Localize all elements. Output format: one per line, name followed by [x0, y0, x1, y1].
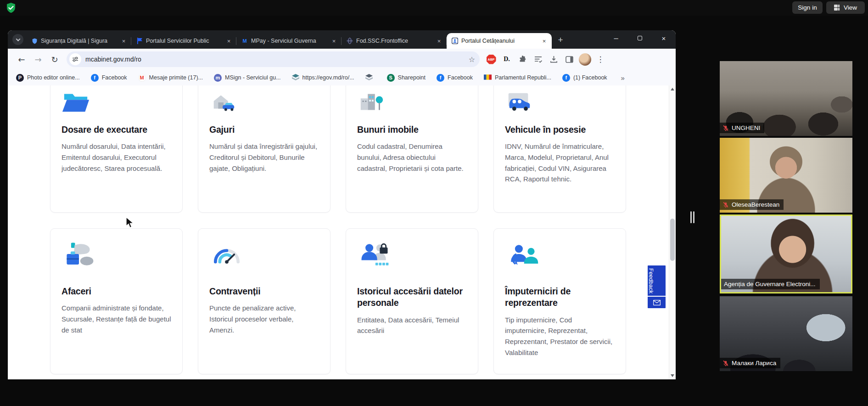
tab-close-button[interactable]: ×: [330, 37, 338, 45]
site-info-button[interactable]: [69, 53, 81, 65]
address-bar[interactable]: mcabinet.gov.md/ro ☆: [67, 51, 480, 67]
sign-in-button[interactable]: Sign in: [792, 1, 823, 14]
bookmark-egov[interactable]: https://egov.md/ro/...: [292, 74, 354, 82]
back-button[interactable]: ←: [14, 52, 29, 67]
card-description: Codul cadastral, Denumirea bunului, Adre…: [357, 141, 467, 174]
tab-mpay[interactable]: M MPay - Serviciul Guverna ×: [236, 33, 342, 49]
card-description: Tip imputernicire, Cod imputernicire, Re…: [505, 315, 615, 358]
profile-avatar[interactable]: [578, 52, 592, 66]
card-title: Afaceri: [62, 286, 171, 297]
reload-button[interactable]: ↻: [47, 52, 62, 67]
side-panel-icon[interactable]: [562, 52, 576, 66]
participant-name-badge: Малаки Лариса: [720, 358, 780, 368]
briefcase-hand-icon: [62, 241, 171, 281]
facebook-icon: f: [562, 74, 570, 82]
bookmark-facebook[interactable]: f Facebook: [91, 74, 127, 82]
page-scrollbar[interactable]: [669, 85, 676, 379]
card-title: Contravenții: [209, 286, 319, 297]
tab-fod-ssc[interactable]: Fod.SSC.Frontoffice ×: [342, 33, 447, 49]
video-tile-ungheni[interactable]: UNGHENI: [720, 61, 852, 136]
tab-close-button[interactable]: ×: [225, 37, 233, 45]
bookmark-facebook-2[interactable]: f Facebook: [437, 74, 473, 82]
card-description: Puncte de penalizare active, Istoricul p…: [209, 303, 319, 335]
downloads-icon[interactable]: [547, 52, 560, 66]
gauge-icon: [209, 241, 319, 281]
bookmark-label: Mesaje primite (17)...: [149, 74, 203, 81]
chevron-down-icon: [16, 37, 20, 41]
bookmarks-overflow-button[interactable]: »: [621, 74, 625, 82]
house-car-icon: [209, 90, 319, 117]
shield-favicon-icon: [31, 37, 38, 45]
bookmark-msign[interactable]: m MSign - Serviciul gu...: [214, 74, 281, 82]
card-imputerniciri[interactable]: Împuterniciri de reprezentare Tip impute…: [493, 228, 626, 374]
tab-title: Portalul Serviciilor Public: [146, 38, 222, 44]
feedback-label: Feedback: [648, 265, 654, 296]
forward-button[interactable]: →: [31, 52, 45, 67]
bookmarks-bar: P Photo editor online... f Facebook M Me…: [8, 70, 676, 85]
layers-icon: [365, 74, 373, 82]
card-gajuri[interactable]: Gajuri Numărul și data înregistrării gaj…: [198, 85, 330, 213]
scroll-down-arrow[interactable]: [671, 374, 674, 377]
card-description: Numărul și data înregistrării gajului, C…: [209, 141, 319, 174]
adblock-extension-icon[interactable]: ABP: [484, 52, 498, 66]
bookmark-parlamentul[interactable]: Parlamentul Republi...: [484, 74, 551, 81]
url-text[interactable]: mcabinet.gov.md/ro: [85, 56, 469, 63]
feedback-button[interactable]: Feedback: [647, 265, 666, 309]
bookmark-sharepoint[interactable]: s Sharepoint: [387, 74, 426, 82]
bookmark-star-icon[interactable]: ☆: [469, 55, 475, 64]
card-dosare-de-executare[interactable]: Dosare de executare Numărul dosarului, D…: [50, 85, 183, 213]
scroll-up-arrow[interactable]: [671, 88, 674, 90]
participant-name: OleseaBerestean: [732, 201, 779, 208]
sign-in-label: Sign in: [798, 4, 817, 11]
window-maximize-button[interactable]: [629, 30, 650, 46]
scrollbar-thumb[interactable]: [670, 219, 675, 261]
video-tile-olesea[interactable]: OleseaBerestean: [720, 138, 852, 213]
buildings-tree-icon: [357, 90, 467, 117]
card-description: Entitatea, Data accesării, Temeiul acces…: [357, 315, 467, 336]
new-tab-button[interactable]: +: [554, 34, 566, 46]
window-close-button[interactable]: ×: [653, 30, 674, 46]
reading-list-icon[interactable]: [531, 52, 545, 66]
mic-muted-icon: [722, 360, 729, 367]
mic-muted-icon: [722, 202, 729, 208]
video-tile-malaki[interactable]: Малаки Лариса: [720, 296, 852, 371]
video-tile-agentia-active-speaker[interactable]: Agenția de Guvernare Electroni...: [720, 214, 852, 293]
tab-siguranta-digitala[interactable]: Siguranța Digitală | Sigura ×: [26, 33, 131, 49]
page-content: Dosare de executare Numărul dosarului, D…: [8, 85, 676, 379]
person-lock-icon: [357, 241, 467, 281]
participant-name: Малаки Лариса: [732, 360, 776, 367]
card-contraventii[interactable]: Contravenții Puncte de penalizare active…: [198, 228, 330, 374]
tab-portalul-serviciilor[interactable]: Portalul Serviciilor Public ×: [131, 33, 236, 49]
card-title: Bunuri imobile: [357, 124, 467, 135]
panel-drag-handle[interactable]: [690, 211, 696, 223]
browser-menu-button[interactable]: ⋮: [594, 52, 607, 66]
extensions-puzzle-icon[interactable]: [515, 52, 529, 66]
card-vehicule[interactable]: Vehicule în posesie IDNV, Numărul de înm…: [493, 85, 626, 213]
tab-search-button[interactable]: [12, 34, 23, 45]
tab-title: Portalul Cetățeanului: [461, 38, 538, 44]
card-istoricul-accesarii[interactable]: Istoricul accesării datelor personale En…: [346, 228, 478, 374]
card-bunuri-imobile[interactable]: Bunuri imobile Codul cadastral, Denumire…: [346, 85, 478, 213]
card-afaceri[interactable]: Afaceri Companii administrate și fondate…: [50, 228, 183, 374]
tab-close-button[interactable]: ×: [540, 37, 548, 45]
card-description: Numărul dosarului, Data intentării, Emit…: [62, 141, 171, 174]
bookmark-label: Facebook: [448, 74, 473, 81]
meeting-security-shield-icon[interactable]: [6, 2, 17, 15]
d-extension-icon[interactable]: D.: [500, 52, 514, 66]
tab-portalul-cetateanului[interactable]: Portalul Cetățeanului ×: [447, 33, 552, 49]
card-description: IDNV, Numărul de înmatriculare, Marca, M…: [505, 141, 615, 185]
bookmark-photo-editor[interactable]: P Photo editor online...: [16, 74, 80, 82]
view-button[interactable]: View: [826, 1, 865, 14]
maximize-icon: [638, 36, 642, 40]
facebook-icon: f: [91, 74, 99, 82]
tab-close-button[interactable]: ×: [120, 37, 128, 45]
bookmark-gmail[interactable]: M Mesaje primite (17)...: [138, 74, 203, 82]
participant-name-badge: OleseaBerestean: [720, 199, 784, 210]
bookmark-icon-only[interactable]: [365, 74, 376, 82]
tab-strip: Siguranța Digitală | Sigura × Portalul S…: [8, 30, 676, 49]
bookmark-facebook-3[interactable]: f (1) Facebook: [562, 74, 607, 82]
photo-editor-icon: P: [16, 74, 24, 82]
tab-close-button[interactable]: ×: [435, 37, 443, 45]
window-minimize-button[interactable]: ─: [605, 30, 627, 46]
browser-toolbar: ← → ↻ mcabinet.gov.md/ro ☆ ABP D. ⋮: [8, 49, 676, 70]
